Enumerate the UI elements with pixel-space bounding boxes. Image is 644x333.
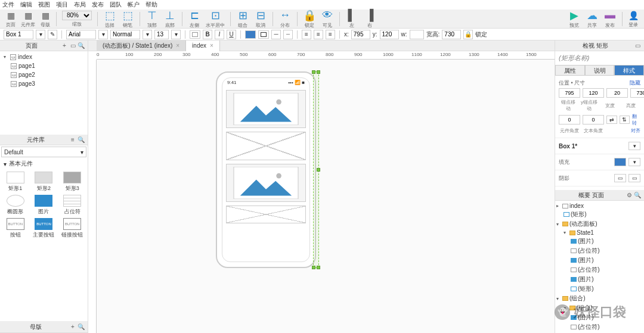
- size-input[interactable]: [154, 30, 169, 39]
- style-dropdown[interactable]: ▾: [36, 30, 45, 39]
- preview-button[interactable]: ▶预览: [566, 10, 583, 29]
- lib-rect2[interactable]: 矩形2: [31, 172, 57, 192]
- lib-rect3[interactable]: 矩形3: [59, 172, 85, 192]
- align-center-text[interactable]: ≡: [314, 30, 323, 39]
- fill-color[interactable]: [190, 30, 200, 39]
- panel-toggle-masters[interactable]: ▦母版: [38, 10, 52, 28]
- outline-item[interactable]: (图片): [556, 236, 643, 246]
- insp-w[interactable]: [606, 88, 628, 98]
- menu-edit[interactable]: 编辑: [20, 1, 32, 9]
- outline-item[interactable]: (图片): [556, 275, 643, 284]
- align-bottom[interactable]: ⊥底部: [162, 10, 178, 29]
- close-icon[interactable]: ×: [210, 42, 213, 49]
- outline-item[interactable]: (占位符): [556, 265, 643, 275]
- master-search-icon[interactable]: 🔍: [77, 323, 85, 331]
- search-icon[interactable]: 🔍: [77, 42, 85, 50]
- outline-item[interactable]: ▾(组合): [556, 303, 643, 313]
- page-index[interactable]: ▾▭index: [1, 52, 86, 61]
- lib-link-button[interactable]: BUTTON链接按钮: [59, 218, 85, 239]
- insp-x[interactable]: [559, 88, 580, 98]
- outline-item[interactable]: (图片): [556, 256, 643, 265]
- visible-button[interactable]: 👁可见: [319, 10, 336, 29]
- placeholder-widget-1[interactable]: [226, 132, 306, 160]
- menu-account[interactable]: 帐户: [128, 1, 140, 9]
- placeholder-widget-2[interactable]: [226, 206, 306, 223]
- login-button[interactable]: 👤登录: [626, 10, 640, 28]
- outline-root[interactable]: ▸index: [556, 202, 643, 210]
- hide-link[interactable]: 隐藏: [630, 79, 640, 87]
- align-l[interactable]: ▌左: [343, 10, 360, 29]
- library-section[interactable]: ▾基本元件: [0, 158, 88, 169]
- border-color[interactable]: [258, 30, 269, 39]
- font-select[interactable]: [66, 30, 96, 39]
- insp-rot[interactable]: [559, 115, 580, 125]
- menu-arrange[interactable]: 布局: [74, 1, 86, 9]
- tab-index[interactable]: index×: [186, 41, 220, 51]
- inner-shadow[interactable]: ▭: [628, 174, 640, 182]
- align-r[interactable]: ▐右: [361, 10, 378, 29]
- undo-button[interactable]: ⬚选择: [101, 10, 118, 29]
- lib-rect1[interactable]: 矩形1: [2, 172, 29, 192]
- align-right-text[interactable]: ≡: [326, 30, 335, 39]
- add-folder-icon[interactable]: ▭: [69, 42, 77, 50]
- canvas[interactable]: 9:41 ••• 📶 ■: [97, 60, 555, 333]
- menu-file[interactable]: 文件: [2, 1, 14, 9]
- outline-item[interactable]: ▾(动态面板): [556, 219, 643, 229]
- outline-item[interactable]: (矩形): [556, 210, 643, 219]
- weight-select[interactable]: [110, 30, 140, 39]
- tab-properties[interactable]: 属性: [555, 65, 585, 76]
- flip-v-icon[interactable]: ⇅: [620, 116, 630, 124]
- lib-ellipse[interactable]: 椭圆形: [2, 195, 29, 216]
- lib-button[interactable]: BUTTON按钮: [2, 218, 29, 239]
- insp-txtrot[interactable]: [583, 115, 604, 125]
- menu-help[interactable]: 帮助: [145, 1, 157, 9]
- align-center[interactable]: ⊡水平居中: [204, 10, 227, 29]
- close-icon[interactable]: ×: [176, 42, 179, 49]
- h-input[interactable]: [442, 30, 461, 39]
- outline-item[interactable]: ▾State1: [556, 229, 643, 236]
- add-page-icon[interactable]: +: [60, 42, 69, 50]
- lib-primary-button[interactable]: BUTTON主要按钮: [31, 218, 57, 239]
- align-top[interactable]: ⊤顶部: [144, 10, 160, 29]
- eyedropper-icon[interactable]: ✎: [48, 30, 57, 39]
- distribute-h[interactable]: ↔分布: [277, 10, 293, 29]
- menu-publish[interactable]: 发布: [92, 1, 104, 9]
- panel-toggle-library[interactable]: ▦元件库: [19, 10, 37, 28]
- menu-project[interactable]: 项目: [56, 1, 68, 9]
- outline-search-icon[interactable]: 🔍: [633, 191, 642, 200]
- border-width[interactable]: ─: [271, 30, 281, 39]
- flip-h-icon[interactable]: ⇄: [606, 116, 617, 124]
- lib-menu-icon[interactable]: ≡: [69, 136, 77, 144]
- lib-search-icon[interactable]: 🔍: [77, 136, 85, 144]
- panel-toggle-pages[interactable]: ▦页面: [4, 10, 18, 28]
- lock-button[interactable]: 🔒锁定: [301, 10, 318, 29]
- lib-image[interactable]: 图片: [31, 195, 57, 216]
- align-left-text[interactable]: ≡: [302, 30, 311, 39]
- outline-item[interactable]: (图片): [556, 313, 643, 322]
- underline-button[interactable]: U: [227, 30, 236, 39]
- insp-y[interactable]: [583, 88, 604, 98]
- add-master-icon[interactable]: +: [69, 323, 77, 331]
- image-widget-2[interactable]: [226, 164, 306, 202]
- tab-dynamic-panel[interactable]: (动态面板) / State1 (index)×: [97, 41, 186, 51]
- fill-dropdown[interactable]: ▾: [628, 158, 640, 166]
- inspector-detach-icon[interactable]: ▭: [633, 42, 642, 50]
- insp-h[interactable]: [630, 88, 644, 98]
- shape-name-input[interactable]: [4, 30, 33, 39]
- share-button[interactable]: ☁共享: [584, 10, 600, 29]
- zoom-select[interactable]: 80%缩放: [60, 11, 94, 27]
- page-page1[interactable]: ▭page1: [1, 61, 86, 70]
- outline-item[interactable]: (占位符): [556, 246, 643, 256]
- lib-placeholder[interactable]: 占位符: [59, 195, 85, 216]
- phone-frame[interactable]: 9:41 ••• 📶 ■: [216, 71, 316, 268]
- page-page2[interactable]: ▭page2: [1, 70, 86, 79]
- image-widget-1[interactable]: [226, 90, 306, 128]
- font-dropdown[interactable]: ▾: [98, 30, 108, 39]
- style-menu[interactable]: ▾: [628, 142, 640, 150]
- library-set-select[interactable]: Default▾: [1, 147, 86, 157]
- outline-item[interactable]: ▾(组合): [556, 294, 643, 303]
- menu-team[interactable]: 团队: [110, 1, 122, 9]
- ungroup-button[interactable]: ⊟取消: [252, 10, 269, 29]
- x-input[interactable]: [351, 30, 370, 39]
- outline-filter-icon[interactable]: ⚙: [625, 191, 633, 200]
